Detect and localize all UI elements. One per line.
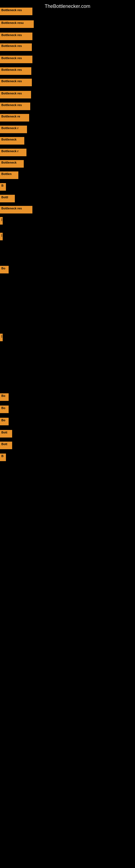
bottleneck-item-8: Bottleneck res	[0, 91, 31, 98]
bottleneck-item-24: Bo	[0, 405, 9, 413]
bottleneck-item-5: Bottleneck res	[0, 56, 32, 63]
bottleneck-item-28: B	[0, 454, 6, 461]
bottleneck-item-14: Bottleneck	[0, 160, 24, 167]
bottleneck-item-21: Bo	[0, 266, 9, 273]
bottleneck-item-13: Bottleneck r	[0, 149, 27, 156]
bottleneck-item-9: Bottleneck res	[0, 102, 30, 110]
bottleneck-item-10: Bottleneck re	[0, 114, 29, 122]
bottleneck-item-20: |	[0, 233, 3, 240]
bottleneck-item-22: |	[0, 334, 3, 341]
bottleneck-item-27: Bott	[0, 442, 12, 449]
bottleneck-item-12: Bottleneck	[0, 137, 24, 145]
bottleneck-item-3: Bottleneck res	[0, 33, 32, 40]
bottleneck-item-6: Bottleneck res	[0, 67, 31, 75]
bottleneck-item-11: Bottleneck r	[0, 126, 27, 133]
bottleneck-item-19: |	[0, 217, 3, 225]
bottleneck-item-25: Bo	[0, 418, 9, 425]
bottleneck-item-17: Bottl	[0, 195, 15, 203]
bottleneck-item-16: B	[0, 183, 6, 191]
bottleneck-item-7: Bottleneck res	[0, 79, 32, 86]
bottleneck-item-15: Bottlen	[0, 172, 18, 179]
bottleneck-item-1: Bottleneck res	[0, 8, 32, 15]
bottleneck-item-23: Bo	[0, 393, 9, 401]
bottleneck-item-18: Bottleneck res	[0, 206, 32, 214]
bottleneck-item-26: Bott	[0, 430, 12, 437]
bottleneck-item-4: Bottleneck res	[0, 43, 32, 51]
bottleneck-item-2: Bottleneck resu	[0, 20, 34, 28]
